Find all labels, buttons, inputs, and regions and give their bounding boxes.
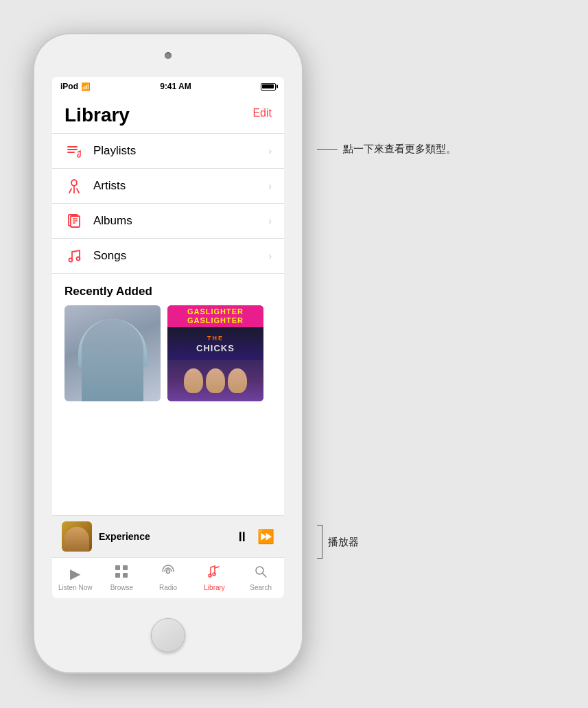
band-text-the: THE — [207, 335, 224, 342]
edit-button[interactable]: Edit — [252, 104, 272, 119]
svg-line-5 — [77, 189, 79, 193]
gaslighter-band: THE CHICKS — [167, 327, 263, 360]
playlists-icon — [64, 141, 84, 161]
playlists-chevron: › — [268, 145, 272, 156]
battery-icon — [261, 83, 276, 91]
wifi-icon: 📶 — [81, 82, 91, 91]
listen-now-label: Listen Now — [58, 584, 92, 591]
callout-line-edit — [317, 149, 338, 150]
songs-icon — [64, 246, 84, 266]
tab-radio[interactable]: Radio — [145, 565, 191, 591]
menu-list: Playlists › Artists — [52, 129, 284, 274]
tab-bar: ▶ Listen Now Browse — [52, 557, 284, 598]
svg-rect-10 — [71, 216, 80, 227]
ipod-top — [34, 34, 302, 77]
face-2 — [206, 368, 225, 393]
band-text-chicks: CHICKS — [196, 343, 235, 353]
edit-callout: 點一下來查看更多類型。 — [317, 143, 456, 156]
now-playing-info: Experience — [99, 530, 228, 543]
albums-icon — [64, 211, 84, 231]
svg-rect-17 — [123, 565, 128, 570]
album-grid: GASLIGHTERGASLIGHTER THE CHICKS — [52, 305, 284, 401]
battery-fill — [262, 84, 274, 88]
svg-point-14 — [69, 259, 73, 262]
face-3 — [228, 368, 247, 393]
browse-label: Browse — [110, 584, 133, 591]
gaslighter-top-text1: GASLIGHTERGASLIGHTER — [167, 305, 263, 327]
menu-item-playlists[interactable]: Playlists › — [52, 133, 284, 169]
header: Library Edit — [52, 96, 284, 129]
forward-button[interactable]: ⏩ — [257, 528, 274, 545]
album-art-2[interactable]: GASLIGHTERGASLIGHTER THE CHICKS — [167, 305, 263, 401]
tab-browse[interactable]: Browse — [99, 565, 145, 591]
menu-item-artists[interactable]: Artists › — [52, 169, 284, 204]
tab-library[interactable]: Library — [191, 565, 238, 591]
status-right — [261, 83, 276, 91]
player-callout: 播放器 — [317, 525, 359, 559]
status-time: 9:41 AM — [160, 82, 191, 91]
tab-listen-now[interactable]: ▶ Listen Now — [52, 565, 99, 591]
menu-item-songs[interactable]: Songs › — [52, 239, 284, 274]
callout-text-player: 播放器 — [328, 536, 359, 549]
album-figure — [82, 319, 143, 401]
browse-icon — [115, 565, 128, 582]
svg-rect-18 — [115, 573, 120, 578]
now-playing-art — [62, 521, 92, 552]
svg-rect-19 — [123, 573, 128, 578]
page-wrapper: iPod 📶 9:41 AM Library Edit — [0, 0, 588, 708]
radio-icon — [161, 565, 175, 582]
now-playing-title: Experience — [99, 531, 150, 542]
svg-point-22 — [213, 573, 215, 576]
library-icon — [208, 565, 222, 582]
search-icon — [254, 565, 268, 582]
now-playing-controls: ⏸ ⏩ — [235, 528, 274, 545]
pause-button[interactable]: ⏸ — [235, 529, 249, 545]
listen-now-icon: ▶ — [70, 565, 80, 582]
player-bracket — [317, 525, 322, 559]
svg-point-24 — [256, 567, 263, 574]
camera-dot — [165, 52, 172, 59]
band-faces — [167, 360, 263, 401]
album-art-1[interactable] — [64, 305, 161, 401]
now-playing-bar[interactable]: Experience ⏸ ⏩ — [52, 515, 284, 557]
artists-chevron: › — [268, 180, 272, 191]
tab-search[interactable]: Search — [237, 565, 284, 591]
content-area: Library Edit — [52, 96, 284, 515]
ipod-device: iPod 📶 9:41 AM Library Edit — [34, 34, 302, 672]
svg-point-15 — [77, 257, 80, 261]
device-label: iPod — [60, 82, 78, 91]
status-bar: iPod 📶 9:41 AM — [52, 77, 284, 96]
svg-point-21 — [209, 574, 211, 577]
albums-label: Albums — [93, 214, 268, 228]
radio-label: Radio — [159, 584, 177, 591]
artists-icon — [64, 176, 84, 196]
artists-label: Artists — [93, 179, 268, 193]
songs-label: Songs — [93, 249, 268, 263]
songs-chevron: › — [268, 250, 272, 261]
page-title: Library — [64, 104, 130, 126]
playlists-label: Playlists — [93, 144, 268, 158]
np-art-figure — [64, 527, 89, 552]
status-left: iPod 📶 — [60, 82, 91, 91]
library-label: Library — [204, 584, 225, 591]
search-label: Search — [250, 584, 272, 591]
recently-added-header: Recently Added — [52, 274, 284, 305]
svg-line-25 — [263, 574, 266, 577]
face-1 — [184, 368, 203, 393]
menu-item-albums[interactable]: Albums › — [52, 204, 284, 239]
ipod-bottom — [34, 598, 302, 672]
albums-chevron: › — [268, 215, 272, 226]
svg-line-23 — [215, 567, 219, 568]
svg-line-3 — [69, 189, 71, 193]
screen: iPod 📶 9:41 AM Library Edit — [52, 77, 284, 598]
callout-text-edit: 點一下來查看更多類型。 — [343, 143, 456, 156]
home-button[interactable] — [151, 618, 185, 652]
svg-rect-16 — [115, 565, 120, 570]
svg-point-20 — [166, 570, 169, 574]
